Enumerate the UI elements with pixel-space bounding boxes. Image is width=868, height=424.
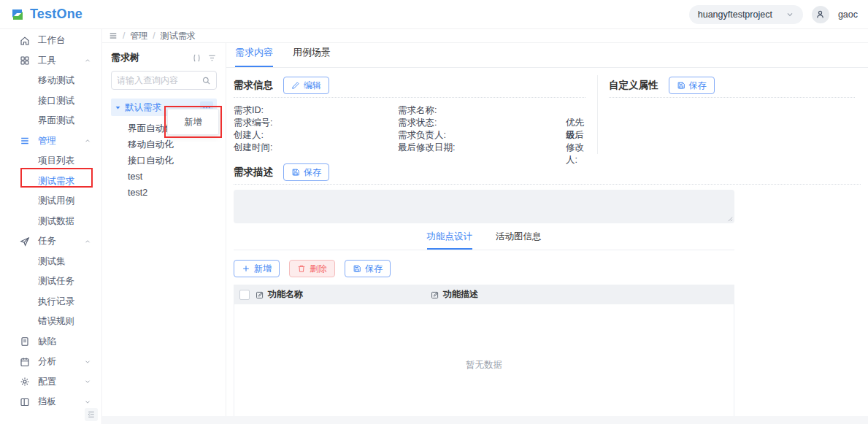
- sidebar-item-tools[interactable]: 工具: [0, 51, 101, 72]
- sub-tab-bar: 功能点设计 活动图信息: [234, 231, 734, 250]
- tree-node-api-automation[interactable]: 接口自动化: [111, 153, 217, 169]
- sidebar-collapse-button[interactable]: [85, 408, 98, 421]
- tree-search[interactable]: [111, 71, 217, 90]
- edit-square-icon: [256, 290, 264, 299]
- field-requirement-status: 需求状态:: [398, 117, 566, 129]
- function-point-table: 功能名称 功能描述 暂无数据: [234, 285, 734, 424]
- function-point-toolbar: 新增 删除 保存: [234, 260, 861, 277]
- chevron-down-icon: [84, 398, 91, 406]
- tab-function-point-design[interactable]: 功能点设计: [427, 231, 473, 250]
- sidebar: 工作台 工具 移动测试 接口测试 界面测试 管理: [0, 29, 102, 424]
- gear-icon: [20, 377, 30, 387]
- plus-icon: [242, 264, 250, 273]
- field-requirement-number: 需求编号:: [234, 117, 398, 129]
- requirement-tree-panel: 需求树: [102, 43, 226, 416]
- chevron-down-icon: [786, 10, 794, 19]
- chevron-down-icon: [84, 358, 91, 366]
- caret-down-icon[interactable]: [115, 104, 121, 111]
- sidebar-item-test-cases[interactable]: 测试用例: [0, 191, 101, 212]
- chevron-down-icon: [84, 378, 91, 385]
- sidebar-item-test-task[interactable]: 测试任务: [0, 271, 101, 292]
- field-creator: 创建人:: [234, 129, 398, 142]
- custom-properties-title: 自定义属性: [609, 79, 658, 92]
- menu-icon[interactable]: [109, 31, 118, 40]
- sidebar-item-mobile-test[interactable]: 移动测试: [0, 71, 101, 91]
- field-last-modifier: 最后修改人:: [566, 129, 585, 142]
- search-icon[interactable]: [201, 76, 211, 85]
- file-icon: [20, 336, 30, 347]
- context-menu: 新增: [167, 109, 219, 135]
- tree-panel-title: 需求树: [111, 51, 186, 64]
- pencil-icon: [291, 81, 300, 90]
- sidebar-item-defects[interactable]: 缺陷: [0, 332, 101, 352]
- tab-requirement-content[interactable]: 需求内容: [235, 46, 273, 67]
- save-icon: [353, 264, 361, 273]
- edit-button[interactable]: 编辑: [283, 77, 329, 94]
- table-body: 暂无数据: [234, 304, 734, 424]
- context-menu-add-item[interactable]: 新增: [185, 116, 202, 128]
- sidebar-item-execution-records[interactable]: 执行记录: [0, 292, 101, 312]
- custom-properties-save-button[interactable]: 保存: [669, 77, 715, 94]
- chevron-up-icon: [84, 57, 91, 64]
- tree-search-input[interactable]: [117, 75, 201, 85]
- select-all-checkbox[interactable]: [239, 290, 250, 300]
- resize-grip-icon[interactable]: [726, 215, 733, 222]
- filter-icon[interactable]: [207, 53, 217, 63]
- tab-activity-diagram-info[interactable]: 活动图信息: [496, 231, 542, 250]
- sidebar-item-project-list[interactable]: 项目列表: [0, 151, 101, 171]
- column-function-name: 功能名称: [268, 288, 303, 301]
- field-last-modified-date: 最后修改日期:: [398, 142, 566, 154]
- collapse-icon: [87, 410, 96, 419]
- sidebar-item-management[interactable]: 管理: [0, 131, 101, 152]
- sidebar-item-error-rules[interactable]: 错误规则: [0, 312, 101, 332]
- field-create-time: 创建时间:: [234, 142, 398, 154]
- sidebar-item-analysis[interactable]: 分析: [0, 352, 101, 372]
- username[interactable]: gaoc: [838, 9, 858, 20]
- tab-use-case-scenario[interactable]: 用例场景: [293, 46, 331, 67]
- tree-node-mobile-automation[interactable]: 移动自动化: [111, 136, 217, 153]
- breadcrumb-management[interactable]: 管理: [130, 30, 147, 42]
- add-button[interactable]: 新增: [234, 260, 280, 277]
- description-save-button[interactable]: 保存: [283, 163, 329, 181]
- column-function-description: 功能描述: [443, 288, 478, 301]
- field-requirement-id: 需求ID:: [234, 104, 398, 117]
- home-icon: [20, 36, 30, 46]
- empty-state-text: 暂无数据: [466, 359, 502, 371]
- tree-node-test[interactable]: test: [111, 169, 217, 185]
- requirement-description-title: 需求描述: [234, 166, 273, 179]
- sidebar-item-api-test[interactable]: 接口测试: [0, 91, 101, 112]
- sidebar-item-test-data[interactable]: 测试数据: [0, 212, 101, 232]
- footer-strip: [102, 416, 868, 424]
- sidebar-item-configuration[interactable]: 配置: [0, 372, 101, 393]
- sidebar-item-workbench[interactable]: 工作台: [0, 31, 101, 51]
- delete-button[interactable]: 删除: [289, 260, 335, 277]
- project-selector[interactable]: huangyftestproject: [689, 5, 803, 24]
- table-header: 功能名称 功能描述: [234, 285, 734, 304]
- logo-text: TestOne: [30, 7, 82, 22]
- brackets-icon[interactable]: [192, 53, 201, 63]
- edit-square-icon: [431, 290, 439, 299]
- trash-icon: [297, 264, 306, 273]
- main-tab-bar: 需求内容 用例场景: [226, 43, 868, 68]
- breadcrumb-test-requirements[interactable]: 测试需求: [161, 30, 196, 42]
- calendar-icon: [20, 357, 30, 367]
- project-selector-value: huangyftestproject: [698, 9, 772, 20]
- description-textarea[interactable]: [234, 190, 734, 223]
- sidebar-item-ui-test[interactable]: 界面测试: [0, 111, 101, 131]
- sidebar-item-test-set[interactable]: 测试集: [0, 252, 101, 272]
- table-save-button[interactable]: 保存: [345, 260, 391, 277]
- chevron-up-icon: [84, 137, 91, 144]
- chevron-up-icon: [84, 238, 91, 245]
- logo-mark-icon: [10, 7, 25, 22]
- custom-properties-panel: 自定义属性 保存: [597, 75, 861, 154]
- tree-node-test2[interactable]: test2: [111, 185, 217, 201]
- user-icon: [815, 9, 825, 19]
- sidebar-item-tasks[interactable]: 任务: [0, 231, 101, 252]
- field-priority: 优先级:: [566, 117, 585, 129]
- app-logo[interactable]: TestOne: [10, 7, 82, 22]
- avatar[interactable]: [812, 6, 829, 23]
- requirement-fields: 需求ID: 需求编号: 创建人: 创建时间: 需求名称: 需求状态: 需求负责人…: [234, 104, 585, 154]
- sidebar-item-test-requirements[interactable]: 测试需求: [0, 171, 101, 192]
- field-requirement-name: 需求名称:: [398, 104, 566, 117]
- list-icon: [20, 136, 30, 146]
